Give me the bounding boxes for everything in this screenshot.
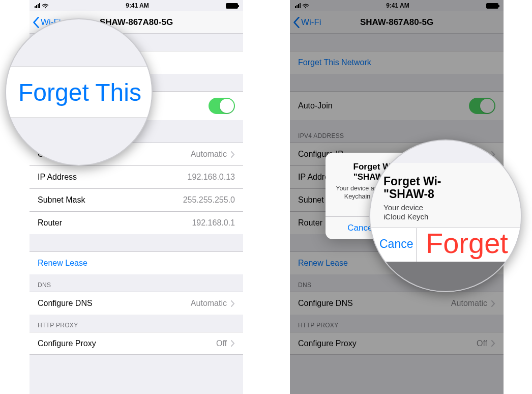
proxy-header: HTTP PROXY	[29, 315, 243, 332]
forget-network-cell[interactable]: Forget This Network	[290, 51, 504, 74]
subnet-mask-label: Subnet Mask	[38, 195, 85, 205]
router-cell: Router 192.168.0.1	[29, 211, 243, 234]
wifi-icon	[302, 3, 309, 9]
configure-proxy-label: Configure Proxy	[38, 339, 96, 348]
chevron-left-icon	[33, 17, 40, 28]
magnified-forget-button: Forget	[416, 228, 508, 262]
magnified-alert-msg-2: iCloud Keych	[383, 212, 428, 221]
configure-dns-cell[interactable]: Configure DNS Automatic	[29, 292, 243, 315]
configure-dns-label: Configure DNS	[38, 299, 93, 308]
magnifier-forget-this: Forget This	[5, 18, 153, 166]
back-button[interactable]: Wi-Fi	[290, 17, 321, 28]
auto-join-toggle[interactable]	[209, 98, 235, 114]
chevron-right-icon	[231, 151, 235, 158]
magnified-forget-label: Forget This	[18, 79, 141, 106]
configure-dns-cell[interactable]: Configure DNS Automatic	[290, 292, 504, 315]
configure-proxy-value: Off	[477, 339, 487, 348]
cellular-signal-icon	[35, 3, 40, 8]
back-label: Wi-Fi	[301, 17, 321, 27]
status-time: 9:41 AM	[386, 2, 409, 9]
chevron-right-icon	[231, 340, 235, 347]
renew-lease-label: Renew Lease	[298, 259, 348, 268]
nav-title: SHAW-867A80-5G	[290, 17, 504, 27]
wifi-icon	[42, 3, 49, 9]
configure-dns-label: Configure DNS	[298, 299, 353, 308]
configure-dns-value: Automatic	[451, 299, 487, 308]
chevron-right-icon	[231, 300, 235, 307]
configure-proxy-cell[interactable]: Configure Proxy Off	[290, 332, 504, 355]
proxy-header: HTTP PROXY	[290, 315, 504, 332]
configure-ip-value: Automatic	[191, 150, 227, 159]
magnifier-forget-button: Forget Wi- "SHAW-8 Your device iCloud Ke…	[369, 139, 522, 292]
chevron-right-icon	[491, 300, 495, 307]
status-bar: 9:41 AM	[29, 0, 243, 11]
nav-bar: Wi-Fi SHAW-867A80-5G	[290, 11, 504, 34]
configure-proxy-value: Off	[216, 339, 227, 348]
router-label: Router	[38, 218, 62, 228]
status-bar: 9:41 AM	[290, 0, 504, 11]
ip-address-label: IP Address	[38, 173, 77, 182]
magnified-alert-msg-1: Your device	[383, 203, 423, 212]
auto-join-toggle[interactable]	[469, 98, 495, 114]
auto-join-cell: Auto-Join	[290, 91, 504, 120]
battery-icon	[226, 3, 238, 9]
ipv4-header: IPV4 ADDRESS	[290, 120, 504, 143]
auto-join-label: Auto-Join	[298, 101, 333, 110]
router-value: 192.168.0.1	[192, 218, 235, 228]
subnet-mask-value: 255.255.255.0	[183, 195, 235, 205]
magnified-alert-title-2: "SHAW-8	[383, 187, 434, 201]
chevron-left-icon	[293, 17, 300, 28]
configure-proxy-label: Configure Proxy	[298, 339, 357, 348]
renew-lease-label: Renew Lease	[38, 259, 87, 268]
configure-dns-value: Automatic	[191, 299, 227, 308]
magnified-alert-title-1: Forget Wi-	[383, 175, 441, 188]
router-label: Router	[298, 218, 322, 228]
renew-lease-cell[interactable]: Renew Lease	[29, 251, 243, 274]
ip-address-value: 192.168.0.13	[188, 173, 235, 182]
status-time: 9:41 AM	[126, 2, 149, 9]
dns-header: DNS	[29, 274, 243, 292]
cellular-signal-icon	[295, 3, 301, 8]
forget-network-label: Forget This Network	[298, 58, 371, 67]
ip-address-cell: IP Address 192.168.0.13	[29, 165, 243, 188]
configure-proxy-cell[interactable]: Configure Proxy Off	[29, 332, 243, 355]
battery-icon	[486, 3, 498, 9]
subnet-mask-cell: Subnet Mask 255.255.255.0	[29, 188, 243, 211]
chevron-right-icon	[491, 340, 495, 347]
